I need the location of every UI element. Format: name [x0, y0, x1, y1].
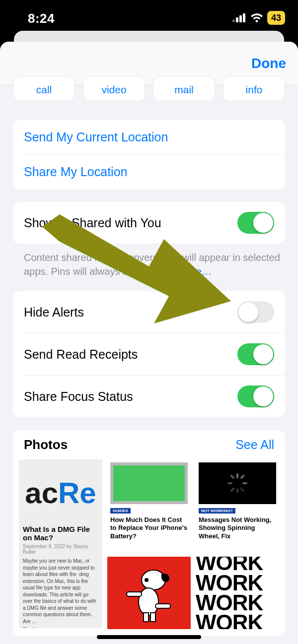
- svg-rect-15: [230, 474, 235, 479]
- svg-rect-7: [127, 592, 142, 596]
- svg-rect-2: [239, 15, 242, 22]
- article-3-tag: NOT WORKING?: [199, 508, 235, 514]
- svg-point-6: [139, 588, 158, 616]
- svg-rect-18: [230, 487, 235, 492]
- share-location-button[interactable]: Share My Location: [24, 154, 285, 189]
- home-indicator[interactable]: [97, 635, 201, 639]
- article-thumbnail-3[interactable]: NOT WORKING? Messages Not Working, Showi…: [196, 459, 279, 552]
- learn-more-link[interactable]: Learn more…: [151, 266, 212, 277]
- cellular-icon: [232, 13, 246, 22]
- location-card: Send My Current Location Share My Locati…: [13, 120, 285, 189]
- shared-with-you-card: Show in Shared with You: [13, 202, 285, 244]
- status-bar: 8:24 43: [0, 0, 298, 31]
- photo-col-2: GUIDES How Much Does It Cost to Replace …: [107, 459, 191, 629]
- shared-with-you-row: Show in Shared with You: [13, 202, 285, 244]
- article-1-body: Maybe you are new to Mac, or maybe you j…: [23, 558, 98, 625]
- shared-with-you-footnote: Content shared in this conversation will…: [24, 251, 283, 278]
- status-right: 43: [232, 11, 285, 25]
- photo-col-3: NOT WORKING? Messages Not Working, Showi…: [196, 459, 279, 629]
- mail-button[interactable]: mail: [153, 76, 215, 101]
- macre-logo: acRe: [25, 476, 96, 510]
- article-thumbnail-2[interactable]: GUIDES How Much Does It Cost to Replace …: [107, 459, 191, 552]
- spinner-icon: [226, 472, 248, 494]
- svg-rect-10: [150, 613, 155, 622]
- wifi-icon: [250, 13, 263, 23]
- photo-thumbnail-snoopy[interactable]: [107, 557, 191, 629]
- photos-see-all-button[interactable]: See All: [235, 438, 274, 452]
- read-receipts-label: Send Read Receipts: [24, 347, 138, 362]
- photos-section: Photos See All acRe What Is a DMG File o…: [13, 430, 285, 636]
- photos-title: Photos: [24, 437, 68, 452]
- work-text-4: WORK: [196, 613, 279, 629]
- done-button[interactable]: Done: [251, 56, 286, 71]
- svg-rect-14: [242, 482, 247, 484]
- focus-status-toggle[interactable]: [237, 386, 274, 407]
- svg-rect-12: [236, 488, 238, 493]
- svg-rect-3: [243, 13, 245, 22]
- svg-rect-8: [155, 604, 170, 608]
- work-text-3: WORK: [196, 593, 279, 613]
- read-receipts-row: Send Read Receipts: [24, 333, 285, 375]
- svg-rect-13: [227, 482, 232, 484]
- hide-alerts-row: Hide Alerts: [13, 291, 285, 333]
- snoopy-image: [122, 563, 176, 623]
- battery-badge: 43: [267, 11, 285, 25]
- shared-with-you-label: Show in Shared with You: [24, 216, 161, 230]
- svg-rect-11: [236, 473, 238, 478]
- svg-rect-1: [236, 17, 238, 22]
- svg-rect-16: [240, 487, 245, 492]
- svg-rect-9: [144, 613, 149, 622]
- svg-rect-17: [240, 474, 245, 479]
- hide-alerts-label: Hide Alerts: [24, 305, 84, 320]
- video-button[interactable]: video: [83, 76, 145, 101]
- focus-status-row: Share Focus Status: [24, 375, 285, 417]
- hide-alerts-toggle[interactable]: [237, 301, 274, 323]
- photo-thumbnail-work[interactable]: WORK WORK WORK WORK: [196, 557, 279, 629]
- read-receipts-toggle[interactable]: [237, 343, 274, 365]
- article-3-title: Messages Not Working, Showing Spinning W…: [199, 516, 276, 540]
- photos-grid: acRe What Is a DMG File on Mac? Septembe…: [13, 459, 285, 636]
- article-1-readmore: Read more: [23, 627, 98, 628]
- article-thumbnail-1[interactable]: acRe What Is a DMG File on Mac? Septembe…: [19, 459, 102, 628]
- article-1-title: What Is a DMG File on Mac?: [23, 525, 98, 542]
- send-location-button[interactable]: Send My Current Location: [13, 120, 285, 154]
- shared-with-you-toggle[interactable]: [237, 212, 274, 234]
- call-button[interactable]: call: [13, 76, 75, 101]
- contact-details-sheet: Done call video mail info Send My Curren…: [0, 42, 298, 644]
- info-button[interactable]: info: [223, 76, 285, 101]
- work-text-2: WORK: [196, 573, 279, 593]
- article-2-title: How Much Does It Cost to Replace Your iP…: [110, 516, 188, 540]
- article-1-meta: September 9, 2022 by Stacey Butler: [23, 544, 98, 555]
- svg-rect-0: [232, 19, 235, 22]
- notification-settings-card: Hide Alerts Send Read Receipts Share Foc…: [13, 291, 285, 417]
- focus-status-label: Share Focus Status: [24, 389, 133, 404]
- contact-action-row: call video mail info: [13, 76, 285, 101]
- svg-point-5: [145, 578, 149, 582]
- article-2-tag: GUIDES: [110, 508, 131, 514]
- photo-col-1: acRe What Is a DMG File on Mac? Septembe…: [19, 459, 102, 629]
- status-time: 8:24: [28, 11, 55, 26]
